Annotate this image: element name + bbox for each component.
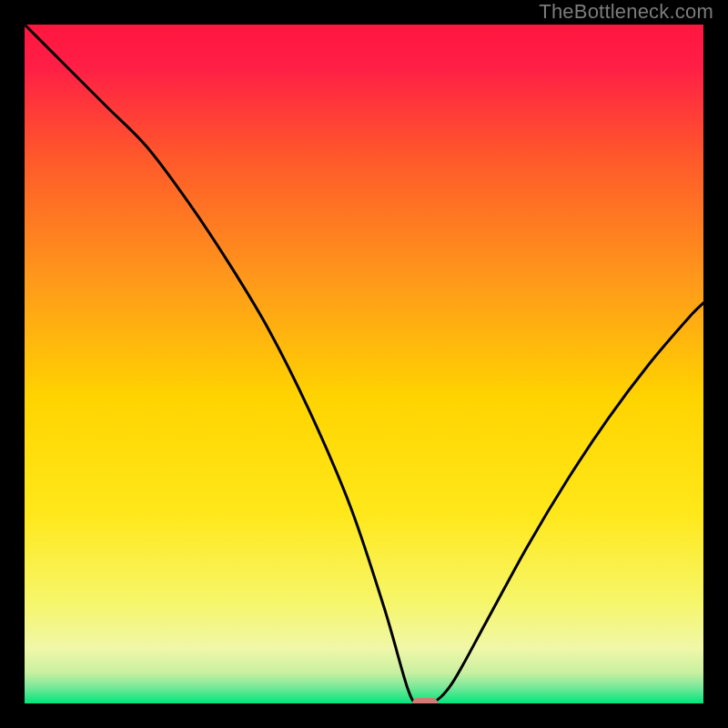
chart-frame: TheBottleneck.com: [0, 0, 728, 728]
watermark-text: TheBottleneck.com: [539, 0, 713, 24]
optimal-point-marker: [412, 698, 438, 703]
plot-area: [25, 25, 703, 703]
chart-svg: [25, 25, 703, 703]
